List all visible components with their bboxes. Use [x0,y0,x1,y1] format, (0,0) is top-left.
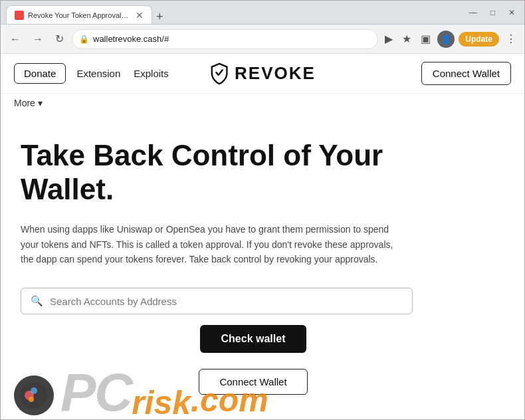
address-bar[interactable]: 🔒 walletrevoke.cash/# [72,29,378,49]
close-button[interactable]: ✕ [504,7,519,19]
hero-description: When using dapps like Uniswap or OpenSea… [21,222,406,266]
title-bar: Revoke Your Token Approvals on... ✕ + — … [1,1,524,25]
active-tab[interactable]: Revoke Your Token Approvals on... ✕ [6,5,152,24]
cast-icon[interactable]: ▶ [382,30,395,48]
tab-title: Revoke Your Token Approvals on... [28,11,132,19]
connect-wallet-nav-button[interactable]: Connect Wallet [421,62,511,85]
extensions-icon[interactable]: ▣ [418,30,433,48]
donate-button[interactable]: Donate [14,63,66,84]
profile-button[interactable]: 👤 [437,31,455,48]
tab-favicon [15,11,24,20]
site-navbar: Donate Extension Exploits REVOKE Connect… [1,54,524,94]
buttons-group: Check wallet Connect Wallet [21,325,486,395]
lock-icon: 🔒 [79,35,89,44]
nav-more-row: More ▾ [1,94,524,112]
url-text: walletrevoke.cash/# [93,34,169,44]
menu-icon[interactable]: ⋮ [503,30,519,48]
tab-close-icon[interactable]: ✕ [136,10,144,21]
forward-button[interactable]: → [29,31,47,48]
main-content: Take Back Control of Your Wallet. When u… [1,112,506,415]
hero-title-line1: Take Back Control of Your [21,139,383,171]
shield-icon [209,62,229,85]
new-tab-button[interactable]: + [152,10,167,24]
hero-title-line2: Wallet. [21,173,114,205]
connect-wallet-main-button[interactable]: Connect Wallet [199,369,307,395]
window-controls: — □ ✕ [465,7,519,19]
more-label: More [14,98,35,108]
minimize-button[interactable]: — [465,7,481,19]
nav-right: Connect Wallet [421,62,511,85]
back-button[interactable]: ← [6,31,25,48]
brand-logo-container[interactable]: REVOKE [209,62,316,85]
exploits-link[interactable]: Exploits [134,68,169,79]
brand-name: REVOKE [235,63,316,84]
browser-window: Revoke Your Token Approvals on... ✕ + — … [0,0,525,420]
nav-left: Donate Extension Exploits [14,63,169,84]
toolbar-actions: ▶ ★ ▣ 👤 Update ⋮ [382,30,519,48]
search-icon: 🔍 [31,295,43,307]
update-button[interactable]: Update [459,32,499,47]
more-button[interactable]: More ▾ [14,98,43,108]
brand-logo [209,62,229,85]
check-wallet-button[interactable]: Check wallet [200,325,306,353]
nav-links: Extension Exploits [76,68,168,79]
extension-link[interactable]: Extension [76,68,120,79]
page-content: Donate Extension Exploits REVOKE Connect… [1,54,524,419]
bookmark-icon[interactable]: ★ [399,30,414,48]
browser-toolbar: ← → ↻ 🔒 walletrevoke.cash/# ▶ ★ ▣ 👤 Upda… [1,25,524,54]
reload-button[interactable]: ↻ [51,30,68,48]
hero-title: Take Back Control of Your Wallet. [21,139,486,206]
chevron-down-icon: ▾ [38,98,43,108]
search-bar[interactable]: 🔍 [21,288,413,314]
tab-bar: Revoke Your Token Approvals on... ✕ + [6,1,167,24]
maximize-button[interactable]: □ [486,7,499,19]
search-input[interactable] [50,296,403,307]
